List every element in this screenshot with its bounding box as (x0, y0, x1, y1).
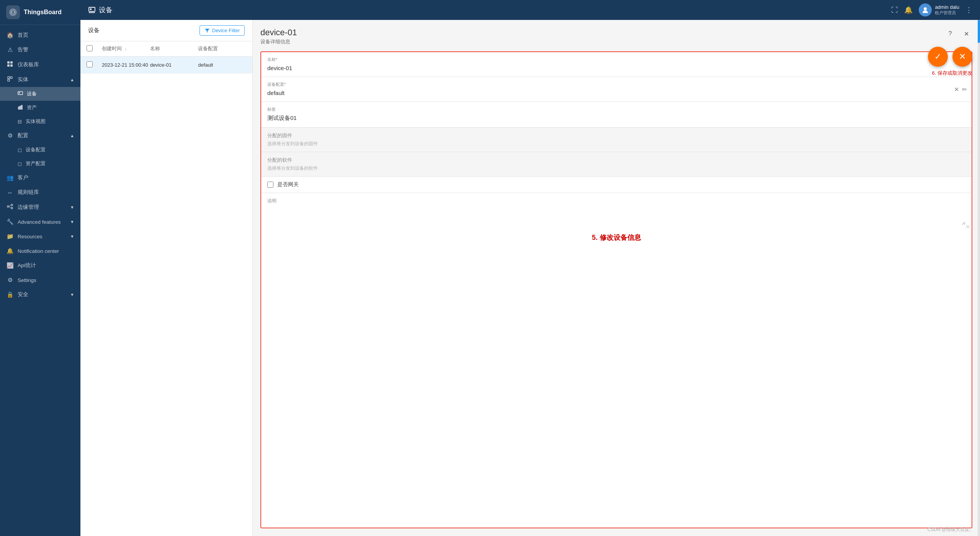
tag-field-value[interactable]: 测试设备01 (267, 114, 965, 123)
table-row[interactable]: 2023-12-21 15:00:40 device-01 default (80, 57, 252, 74)
sidebar-label-advanced: Advanced features (18, 219, 61, 225)
filter-button-label: Device Filter (212, 28, 240, 33)
device-table: 创建时间 ↓ 名称 设备配置 2023-12-21 15:00:40 d (80, 41, 252, 536)
sidebar-label-device: 设备 (27, 90, 37, 97)
security-chevron-icon: ▼ (70, 292, 74, 297)
sidebar-item-edge[interactable]: 边缘管理 ▼ (0, 200, 80, 215)
save-button[interactable]: ✓ (928, 47, 948, 67)
sidebar-label-customer: 客户 (18, 174, 28, 181)
name-field: 名称* device-01 (261, 52, 972, 77)
more-options-icon[interactable]: ⋮ (965, 6, 972, 14)
topbar-user[interactable]: admin dalu 租户管理员 (919, 3, 959, 16)
sidebar-label-notification: Notification center (18, 248, 59, 254)
sidebar-item-config[interactable]: ⚙ 配置 ▲ (0, 128, 80, 143)
rule-chain-icon: ↔ (6, 189, 14, 196)
user-info: admin dalu 租户管理员 (935, 4, 959, 16)
table-header: 创建时间 ↓ 名称 设备配置 (80, 41, 252, 57)
sidebar-label-dashboard: 仪表板库 (18, 61, 39, 68)
svg-point-16 (11, 207, 13, 209)
svg-rect-13 (21, 105, 23, 110)
name-field-label: 名称* (267, 57, 965, 62)
sidebar-item-home[interactable]: 🏠 首页 (0, 28, 80, 43)
description-textarea[interactable] (267, 206, 965, 225)
config-edit-icon[interactable]: ✏ (962, 86, 967, 93)
firmware-label: 分配的固件 (267, 132, 965, 139)
sidebar-item-asset-config[interactable]: ◻ 资产配置 (0, 157, 80, 170)
device-config-field-value[interactable]: default (267, 89, 965, 97)
resources-chevron-icon: ▼ (70, 234, 74, 239)
sidebar-label-config: 配置 (18, 132, 28, 139)
main-content: 设备 ⛶ 🔔 admin dalu 租户管理员 ⋮ (80, 0, 980, 536)
sidebar-label-asset-config: 资产配置 (26, 160, 46, 167)
cancel-button[interactable]: ✕ (952, 47, 972, 67)
detail-title-area: device-01 设备详细信息 (260, 28, 297, 45)
help-button[interactable]: ? (944, 28, 956, 40)
detail-title: device-01 (260, 28, 297, 38)
user-avatar (919, 3, 932, 16)
name-label: 名称 (150, 46, 160, 51)
sidebar-label-edge: 边缘管理 (18, 204, 39, 211)
sidebar-label-entity: 实体 (18, 76, 28, 83)
description-field: 说明 ⇲ (261, 193, 972, 231)
svg-rect-3 (10, 61, 13, 64)
col-device-config: 设备配置 (198, 45, 246, 52)
sidebar-item-rule-chain[interactable]: ↔ 规则链库 (0, 185, 80, 200)
svg-rect-20 (90, 8, 92, 10)
footer-text: CSDN @情绪大瓜皮。 (927, 527, 974, 532)
checkbox-header[interactable] (87, 45, 102, 52)
sidebar-item-asset[interactable]: 资产 (0, 101, 80, 115)
device-config-icon: ◻ (18, 147, 22, 153)
user-name: admin dalu (935, 4, 959, 10)
sidebar-item-entity-view[interactable]: ⊟ 实体视图 (0, 115, 80, 128)
device-filter-button[interactable]: Device Filter (200, 25, 245, 36)
sidebar-item-device[interactable]: 设备 (0, 87, 80, 101)
sidebar-item-notification[interactable]: 🔔 Notification center (0, 244, 80, 258)
svg-rect-11 (18, 107, 20, 110)
gateway-checkbox[interactable] (267, 182, 273, 188)
svg-rect-12 (20, 106, 21, 110)
sidebar-item-api-stats[interactable]: 📈 Api统计 (0, 258, 80, 273)
save-cancel-area: ✓ ✕ (928, 47, 972, 67)
sidebar-item-security[interactable]: 🔒 安全 ▼ (0, 287, 80, 302)
edge-chevron-icon: ▼ (70, 205, 74, 210)
sidebar-item-entity[interactable]: 实体 ▲ (0, 72, 80, 87)
device-list-header: 设备 Device Filter (80, 20, 252, 41)
sidebar-item-settings[interactable]: ⚙ Settings (0, 273, 80, 287)
sidebar-label-home: 首页 (18, 32, 28, 39)
scrollbar-thumb (978, 20, 980, 43)
notifications-bell-icon[interactable]: 🔔 (904, 6, 913, 14)
svg-line-18 (9, 207, 11, 208)
close-button[interactable]: ✕ (960, 28, 972, 40)
save-cancel-annotation: 6. 保存或取消更改 (932, 70, 972, 77)
row-checkbox[interactable] (87, 61, 102, 69)
entity-icon (6, 76, 14, 83)
sidebar-logo[interactable]: ThingsBoard (0, 0, 80, 25)
sidebar-label-entity-view: 实体视图 (26, 118, 46, 125)
sidebar-item-advanced[interactable]: 🔧 Advanced features ▼ (0, 215, 80, 229)
config-clear-icon[interactable]: ✕ (954, 86, 959, 93)
topbar-device-icon (88, 6, 96, 14)
row-select-checkbox[interactable] (87, 61, 93, 67)
select-all-checkbox[interactable] (87, 45, 93, 51)
logo-icon (6, 5, 20, 19)
sidebar-item-alert[interactable]: ⚠ 告警 (0, 43, 80, 57)
sidebar-item-resources[interactable]: 📁 Resources ▼ (0, 229, 80, 244)
software-sublabel: 选择将分发到设备的软件 (267, 165, 965, 172)
entity-view-icon: ⊟ (18, 119, 22, 125)
alert-icon: ⚠ (6, 46, 14, 53)
svg-point-14 (7, 206, 9, 207)
resources-icon: 📁 (6, 233, 14, 240)
name-field-value[interactable]: device-01 (267, 64, 965, 72)
svg-rect-2 (7, 61, 10, 64)
sidebar-item-dashboard[interactable]: 仪表板库 (0, 57, 80, 72)
detail-scrollbar[interactable] (978, 20, 980, 536)
svg-point-1 (12, 11, 14, 13)
description-label: 说明 (267, 198, 965, 204)
device-list-panel: 设备 Device Filter 创建时间 ↓ (80, 20, 253, 536)
customer-icon: 👥 (6, 174, 14, 181)
fullscreen-icon[interactable]: ⛶ (891, 6, 898, 14)
sidebar-item-customer[interactable]: 👥 客户 (0, 170, 80, 185)
sidebar-label-rule-chain: 规则链库 (18, 189, 39, 196)
sidebar-item-device-config[interactable]: ◻ 设备配置 (0, 143, 80, 157)
sidebar-label-api-stats: Api统计 (18, 262, 36, 269)
